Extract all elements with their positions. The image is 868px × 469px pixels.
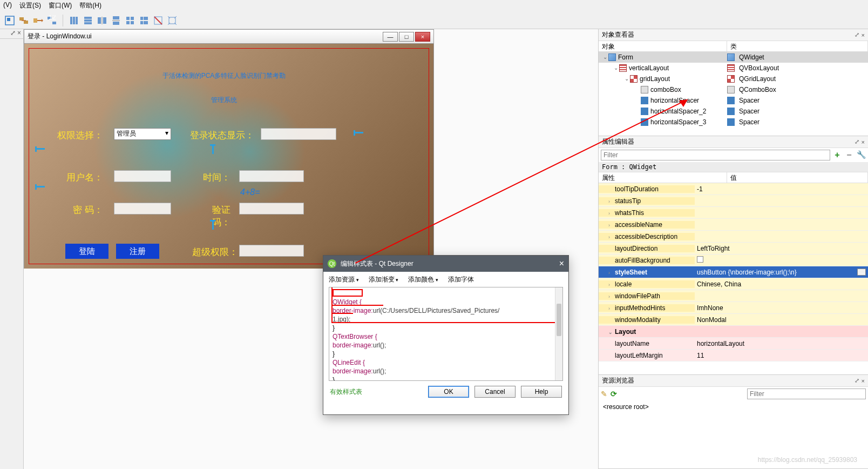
minimize-button[interactable]: — xyxy=(383,32,398,42)
add-gradient-menu[interactable]: 添加渐变 xyxy=(369,275,399,284)
verify-code-field[interactable] xyxy=(239,203,304,215)
property-filter-input[interactable] xyxy=(601,150,830,160)
cancel-button[interactable]: Cancel xyxy=(474,386,516,398)
super-field[interactable] xyxy=(239,245,304,257)
break-layout-icon[interactable] xyxy=(152,14,165,27)
property-row[interactable]: toolTipDuration-1 xyxy=(599,183,868,195)
col-object[interactable]: 对象 xyxy=(599,41,727,51)
configure-icon[interactable]: 🔧 xyxy=(856,150,866,160)
role-combobox[interactable]: 管理员▾ xyxy=(114,128,171,140)
resource-tree[interactable]: <resource root> xyxy=(599,401,868,430)
password-field[interactable] xyxy=(114,203,171,215)
dock-close-icon[interactable]: × xyxy=(862,32,865,38)
tree-row[interactable]: ⌄gridLayoutQGridLayout xyxy=(599,73,868,84)
property-row[interactable]: windowModalityNonModal xyxy=(599,314,868,326)
property-row[interactable]: ›accessibleName xyxy=(599,219,868,231)
tree-row[interactable]: horizontalSpacer_3Spacer xyxy=(599,117,868,128)
property-row[interactable]: layoutNamehorizontalLayout xyxy=(599,338,868,350)
menu-help[interactable]: 帮助(H) xyxy=(79,1,101,11)
menu-view[interactable]: (V) xyxy=(3,1,12,11)
svg-rect-1 xyxy=(7,18,10,21)
dialog-close-icon[interactable]: × xyxy=(559,259,564,269)
property-row[interactable]: autoFillBackground xyxy=(599,254,868,266)
dock-float-icon[interactable]: ⤢ xyxy=(855,377,859,384)
col-class[interactable]: 类 xyxy=(727,41,868,51)
layout-horizontal-icon[interactable] xyxy=(67,14,80,27)
valid-stylesheet-label: 有效样式表 xyxy=(330,387,362,397)
username-field[interactable] xyxy=(114,170,171,182)
property-row[interactable]: layoutLeftMargin11 xyxy=(599,350,868,361)
dock-float-icon[interactable]: ⤢ xyxy=(10,29,16,38)
tree-row[interactable]: horizontalSpacer_2Spacer xyxy=(599,106,868,117)
tree-row[interactable]: horizontalSpacerSpacer xyxy=(599,95,868,106)
tree-row[interactable]: ⌄verticalLayoutQVBoxLayout xyxy=(599,63,868,73)
menu-settings[interactable]: 设置(S) xyxy=(19,1,41,11)
tool-signals-icon[interactable] xyxy=(17,14,30,27)
edit-resources-icon[interactable]: ✎ xyxy=(601,390,607,398)
property-header[interactable]: 属性 值 xyxy=(599,172,868,183)
property-row[interactable]: ›windowFilePath xyxy=(599,290,868,302)
dock-close-icon[interactable]: × xyxy=(862,378,865,384)
left-dock: ⤢ × xyxy=(0,29,24,469)
property-row[interactable]: layoutDirectionLeftToRight xyxy=(599,243,868,254)
property-row[interactable]: ›accessibleDescription xyxy=(599,231,868,243)
add-color-menu[interactable]: 添加颜色 xyxy=(408,275,438,284)
stylesheet-editor[interactable]: QWidget { border-image:url(C:/Users/DELL… xyxy=(329,287,563,381)
layout-vertical-icon[interactable] xyxy=(82,14,94,27)
add-font-menu[interactable]: 添加字体 xyxy=(448,275,474,284)
property-row[interactable]: ›whatsThis xyxy=(599,207,868,219)
property-row[interactable]: ›styleSheetushButton {\nborder-image:url… xyxy=(599,266,868,278)
scrollbar[interactable] xyxy=(555,287,562,380)
tool-buddies-icon[interactable] xyxy=(31,14,44,27)
dock-close-icon[interactable]: × xyxy=(17,29,21,38)
dock-close-icon[interactable]: × xyxy=(862,139,865,145)
property-row[interactable]: ›localeChinese, China xyxy=(599,278,868,290)
property-row[interactable]: ›inputMethodHintsImhNone xyxy=(599,302,868,314)
layout-form-icon[interactable] xyxy=(138,14,151,27)
tree-row[interactable]: ⌄FormQWidget xyxy=(599,52,868,63)
help-button[interactable]: Help xyxy=(521,386,562,398)
resource-filter-input[interactable] xyxy=(747,388,866,399)
register-button[interactable]: 注册 xyxy=(116,244,159,259)
layout-grid-icon[interactable] xyxy=(124,14,137,27)
col-value[interactable]: 值 xyxy=(727,172,868,183)
property-row[interactable]: ⌄Layout xyxy=(599,326,868,338)
svg-rect-16 xyxy=(103,17,106,24)
dock-float-icon[interactable]: ⤢ xyxy=(855,31,859,38)
property-row[interactable]: ›statusTip xyxy=(599,195,868,207)
close-button[interactable]: × xyxy=(415,32,430,42)
svg-rect-22 xyxy=(131,17,134,20)
svg-rect-14 xyxy=(84,22,92,24)
tool-edit-widgets-icon[interactable] xyxy=(3,14,16,27)
design-area[interactable]: 登录 - LoginWindow.ui — □ × 于活体检测的PCA多特征人脸… xyxy=(24,29,598,469)
menu-window[interactable]: 窗口(W) xyxy=(49,1,72,11)
resource-root[interactable]: <resource root> xyxy=(603,403,649,411)
add-resource-menu[interactable]: 添加资源 xyxy=(329,275,359,284)
reload-icon[interactable]: ⟳ xyxy=(611,390,617,398)
add-property-icon[interactable]: + xyxy=(832,150,842,160)
remove-property-icon[interactable]: − xyxy=(844,150,854,160)
tree-row[interactable]: comboBoxQComboBox xyxy=(599,84,868,95)
tool-taborder-icon[interactable]: 12 xyxy=(45,14,58,27)
ok-button[interactable]: OK xyxy=(428,386,469,398)
object-inspector-title: 对象查看器 xyxy=(602,30,634,39)
login-button[interactable]: 登陆 xyxy=(65,244,109,259)
time-field[interactable] xyxy=(239,170,304,182)
col-property[interactable]: 属性 xyxy=(599,172,727,183)
form-body[interactable]: 于活体检测的PCA多特征人脸识别门禁考勤 管理系统 权限选择： 管理员▾ 登录状… xyxy=(24,44,433,269)
tree-header[interactable]: 对象 类 xyxy=(599,41,868,52)
object-tree[interactable]: ⌄FormQWidget⌄verticalLayoutQVBoxLayout⌄g… xyxy=(599,52,868,128)
property-editor-panel: 属性编辑器 ⤢ × + − 🔧 Form : QWidget 属性 值 tool… xyxy=(599,136,868,375)
login-state-field[interactable] xyxy=(261,128,336,140)
layout-vsplitter-icon[interactable] xyxy=(110,14,123,27)
adjust-size-icon[interactable] xyxy=(166,14,179,27)
dock-float-icon[interactable]: ⤢ xyxy=(855,138,859,145)
svg-rect-19 xyxy=(113,22,119,25)
maximize-button[interactable]: □ xyxy=(399,32,414,42)
label-role: 权限选择： xyxy=(57,129,103,142)
property-list[interactable]: toolTipDuration-1›statusTip›whatsThis›ac… xyxy=(599,183,868,374)
qt-icon: Qt xyxy=(328,259,336,268)
dialog-titlebar[interactable]: Qt 编辑样式表 - Qt Designer × xyxy=(323,256,568,272)
svg-rect-3 xyxy=(24,21,28,24)
layout-hsplitter-icon[interactable] xyxy=(96,14,109,27)
